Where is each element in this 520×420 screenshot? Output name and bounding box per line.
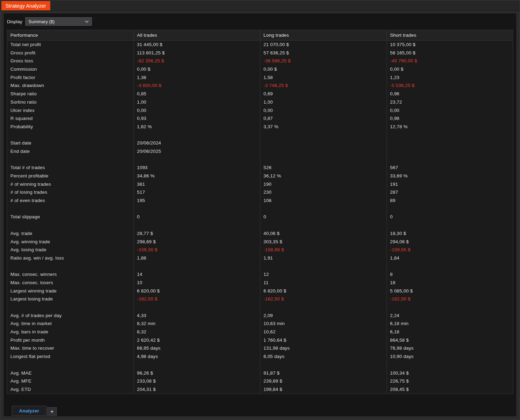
- row-value: 239,89 $: [260, 377, 387, 385]
- row-label: # of losing trades: [7, 188, 134, 196]
- table-row: Percent profitable34,86 %36,12 %33,69 %: [7, 172, 513, 180]
- row-value: 56 165,00 $: [387, 49, 513, 57]
- row-value: 567: [387, 164, 513, 172]
- row-value: 517: [134, 188, 260, 196]
- row-value: 89: [387, 196, 513, 205]
- table-row: Probability1,62 %3,37 %12,78 %: [7, 123, 513, 131]
- table-spacer-row: [7, 156, 513, 164]
- row-value: 0,00 $: [387, 65, 513, 73]
- analyzer-panel: Display Summary ($) PerformanceAll trade…: [3, 13, 517, 417]
- row-value: 96,26 $: [134, 369, 260, 377]
- table-row: Start date20/06/2024: [7, 139, 513, 147]
- row-value: 303,35 $: [260, 238, 387, 246]
- row-value: 0,87: [260, 114, 387, 123]
- row-value: -3 746,25 $: [260, 81, 387, 90]
- table-row: Profit per month2 620,42 $1 760,64 $864,…: [7, 336, 513, 344]
- tab-analyzer[interactable]: Analyzer: [12, 406, 46, 416]
- row-value: [387, 361, 513, 369]
- column-header-all-trades[interactable]: All trades: [134, 30, 260, 40]
- row-label: Total # of trades: [7, 164, 134, 172]
- column-header-performance[interactable]: Performance: [7, 30, 134, 40]
- table-row: Max. time to recover66,95 days131,98 day…: [7, 344, 513, 352]
- row-value: 1,00: [260, 98, 387, 106]
- table-spacer-row: [7, 262, 513, 271]
- row-label: Commission: [7, 65, 134, 73]
- row-value: 12: [260, 270, 387, 279]
- row-value: 91,87 $: [260, 369, 387, 377]
- table-row: Max. consec. losers101118: [7, 279, 513, 287]
- row-label: [7, 205, 134, 213]
- row-value: 20/06/2025: [134, 147, 260, 156]
- row-value: 8,32 min: [134, 320, 260, 328]
- row-label: End date: [7, 147, 134, 156]
- table-row: End date20/06/2025: [7, 147, 513, 156]
- row-value: 6,18: [387, 328, 513, 336]
- bottom-tab-bar: Analyzer +: [12, 405, 57, 416]
- row-value: 6 820,00 $: [260, 287, 387, 295]
- table-row: # of winning trades381190191: [7, 180, 513, 189]
- row-label: Avg. # of trades per day: [7, 312, 134, 320]
- row-value: 40,06 $: [260, 229, 387, 238]
- row-value: [134, 303, 260, 312]
- row-value: 0,69: [260, 90, 387, 98]
- table-row: Profit factor1,381,581,23: [7, 73, 513, 82]
- row-label: Largest losing trade: [7, 295, 134, 303]
- row-value: 18,30 $: [387, 229, 513, 238]
- row-value: [260, 156, 387, 164]
- row-value: [387, 205, 513, 213]
- row-value: 294,06 $: [387, 238, 513, 246]
- row-value: [134, 361, 260, 369]
- row-value: 10,63 min: [260, 320, 387, 328]
- row-value: [387, 262, 513, 271]
- row-value: -36 566,25 $: [260, 57, 387, 65]
- row-value: 204,31 $: [134, 385, 260, 394]
- row-label: Avg. MAE: [7, 369, 134, 377]
- row-value: 1,91: [260, 254, 387, 262]
- table-row: Longest flat period4,98 days6,05 days10,…: [7, 352, 513, 361]
- row-value: 20/06/2024: [134, 139, 260, 147]
- row-value: 6,05 days: [260, 352, 387, 361]
- row-value: 0: [387, 213, 513, 221]
- row-value: 2,09: [260, 312, 387, 320]
- row-value: 11: [260, 279, 387, 287]
- row-label: Largest winning trade: [7, 287, 134, 295]
- row-value: 113 801,25 $: [134, 49, 260, 57]
- row-value: 226,75 $: [387, 377, 513, 385]
- row-label: [7, 221, 134, 229]
- column-header-short-trades[interactable]: Short trades: [387, 30, 513, 40]
- row-value: 57 636,25 $: [260, 49, 387, 57]
- row-value: [260, 139, 387, 147]
- row-value: 1,23: [387, 73, 513, 82]
- row-value: 10 375,00 $: [387, 41, 513, 49]
- row-value: -45 790,00 $: [387, 57, 513, 65]
- window-title-tab[interactable]: Strategy Analyzer: [1, 1, 50, 10]
- row-value: 5 085,00 $: [387, 287, 513, 295]
- row-value: 287: [387, 188, 513, 196]
- table-row: Avg. MFE233,08 $239,89 $226,75 $: [7, 377, 513, 385]
- row-value: 34,86 %: [134, 172, 260, 180]
- row-value: 190: [260, 180, 387, 189]
- row-label: Max. consec. losers: [7, 279, 134, 287]
- row-label: Avg. time in market: [7, 320, 134, 328]
- table-row: Commission0,00 $0,00 $0,00 $: [7, 65, 513, 73]
- row-label: Avg. bars in trade: [7, 328, 134, 336]
- row-label: Sortino ratio: [7, 98, 134, 106]
- table-row: Avg. trade28,77 $40,06 $18,30 $: [7, 229, 513, 238]
- row-value: 0,00: [260, 106, 387, 115]
- row-label: [7, 156, 134, 164]
- tab-analyzer-label: Analyzer: [19, 408, 39, 413]
- table-row: Ratio avg. win / avg. loss1,881,911,84: [7, 254, 513, 262]
- row-value: -159,30 $: [134, 246, 260, 254]
- row-label: Start date: [7, 139, 134, 147]
- row-value: 6,18 min: [387, 320, 513, 328]
- row-value: 381: [134, 180, 260, 189]
- table-row: Avg. ETD204,31 $199,84 $208,45 $: [7, 385, 513, 394]
- column-header-long-trades[interactable]: Long trades: [260, 30, 387, 40]
- row-value: 66,95 days: [134, 344, 260, 352]
- display-dropdown-value: Summary ($): [28, 19, 54, 24]
- display-dropdown[interactable]: Summary ($): [25, 17, 92, 26]
- add-tab-button[interactable]: +: [47, 407, 57, 416]
- table-row: Total slippage000: [7, 213, 513, 221]
- row-label: [7, 361, 134, 369]
- window-title: Strategy Analyzer: [6, 3, 46, 9]
